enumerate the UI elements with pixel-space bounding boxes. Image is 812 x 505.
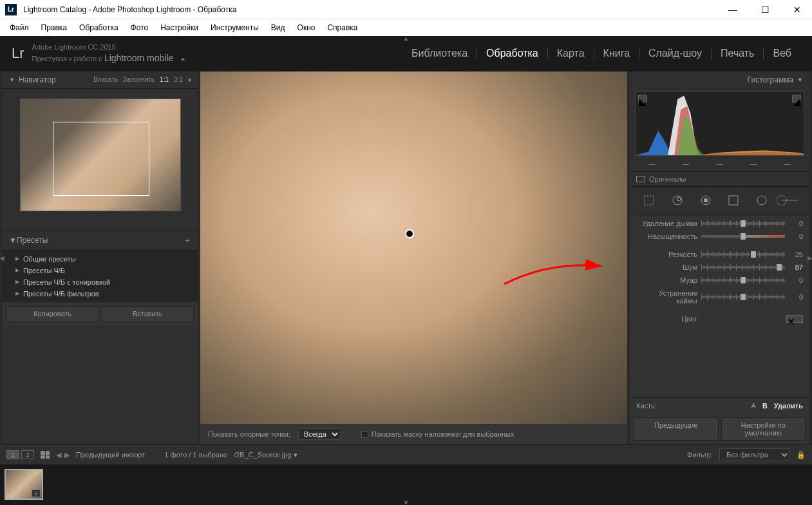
color-row: Цвет ✕ (636, 312, 803, 325)
lightroom-logo: Lr (12, 45, 24, 62)
navigator-title: Навигатор (19, 75, 56, 84)
crop-tool[interactable] (641, 192, 657, 209)
preset-folder[interactable]: ▶Пресеты Ч/Б фильтров (3, 288, 198, 300)
navigator-thumbnail[interactable] (20, 99, 181, 211)
zoom-fill[interactable]: Заполнить (123, 76, 155, 83)
adjustment-sliders: Удаление дымки 0 Насыщенность 0 Резкость… (630, 214, 809, 397)
histogram[interactable]: ◣ ◢ (635, 91, 804, 156)
redeye-tool[interactable] (697, 192, 714, 209)
menu-file[interactable]: Файл (5, 21, 33, 34)
develop-toolbar: Показать опорные точки: Всегда Показать … (200, 424, 627, 444)
menu-edit[interactable]: Правка (37, 21, 72, 34)
color-swatch[interactable]: ✕ (786, 315, 803, 323)
mobile-link[interactable]: Lightroom mobile (104, 53, 173, 63)
brush-a[interactable]: А (751, 402, 756, 410)
photo-canvas[interactable] (200, 71, 627, 424)
collapse-right-icon[interactable]: ▶ (807, 254, 812, 262)
defringe-slider[interactable] (701, 296, 785, 298)
zoom-fit[interactable]: Вписать (93, 76, 118, 83)
filmstrip-thumbnail[interactable]: ± (5, 469, 43, 500)
svg-rect-5 (729, 196, 738, 205)
module-develop[interactable]: Обработка (477, 48, 548, 59)
prev-photo-icon[interactable]: ◀ (56, 451, 61, 459)
histogram-header[interactable]: Гистограмма ▼ (630, 71, 809, 88)
photo-count: 1 фото / 1 выбрано (164, 451, 227, 459)
spot-tool[interactable] (669, 192, 686, 209)
view-mode-1[interactable]: 1 (6, 450, 19, 459)
zoom-menu-icon[interactable]: ♦ (188, 76, 191, 83)
presets-header[interactable]: ▼ Пресеты ＋ (3, 231, 198, 251)
shadow-clip-icon[interactable]: ◣ (638, 95, 647, 102)
next-photo-icon[interactable]: ▶ (64, 451, 70, 459)
saturation-slider[interactable] (701, 235, 785, 238)
mask-checkbox[interactable] (361, 431, 368, 438)
slider-moire: Муар 0 (636, 274, 803, 287)
filter-select[interactable]: Без фильтра (719, 448, 790, 461)
module-library[interactable]: Библиотека (402, 48, 477, 59)
preset-folder[interactable]: ▶Общие пресеты (3, 253, 198, 265)
paste-button[interactable]: Вставить (102, 306, 194, 321)
close-button[interactable]: ✕ (788, 5, 807, 15)
module-print[interactable]: Печать (712, 48, 764, 59)
maximize-button[interactable]: ☐ (755, 5, 775, 15)
navigator-header[interactable]: ▼ Навигатор Вписать Заполнить 1:1 3:1 ♦ (3, 71, 198, 89)
radial-tool[interactable] (753, 192, 770, 209)
preset-folder[interactable]: ▶Пресеты Ч/Б с тонировкой (3, 276, 198, 288)
navigator-frame[interactable] (53, 122, 149, 196)
menu-photo[interactable]: Фото (126, 21, 153, 34)
menu-tools[interactable]: Инструменты (206, 21, 263, 34)
histogram-title: Гистограмма (748, 75, 793, 84)
menu-help[interactable]: Справка (323, 21, 362, 34)
gradient-tool[interactable] (725, 192, 742, 209)
previous-button[interactable]: Предыдущие (634, 417, 719, 441)
slider-dehaze: Удаление дымки 0 (636, 217, 803, 230)
view-mode-2[interactable]: 2 (21, 450, 34, 459)
originals-toggle[interactable]: Оригиналы (630, 171, 809, 186)
adjustment-pin-icon[interactable] (405, 229, 414, 238)
module-slideshow[interactable]: Слайд-шоу (639, 48, 712, 59)
svg-rect-0 (645, 196, 654, 205)
filename-label[interactable]: /2B_C_Source.jpg ▾ (234, 451, 297, 459)
add-preset-button[interactable]: ＋ (184, 235, 191, 246)
reset-defaults-button[interactable]: Настройки по умолчанию (721, 417, 806, 441)
module-web[interactable]: Веб (764, 48, 800, 59)
mask-label: Показать маску наложения для выбранных (372, 430, 515, 438)
preset-list: ▶Общие пресеты ▶Пресеты Ч/Б ▶Пресеты Ч/Б… (3, 251, 198, 302)
noise-slider[interactable] (701, 266, 785, 269)
window-titlebar: Lr Lightroom Catalog - Adobe Photoshop L… (0, 0, 812, 19)
filmstrip: ± ▼ (0, 464, 812, 505)
brush-options: Кисть: А В Удалить (630, 397, 809, 414)
menu-window[interactable]: Окно (293, 21, 320, 34)
sharpness-slider[interactable] (701, 253, 785, 256)
grid-view-icon[interactable] (41, 451, 50, 459)
brush-b[interactable]: В (762, 402, 768, 410)
menubar: Файл Правка Обработка Фото Настройки Инс… (0, 19, 812, 36)
app-icon: Lr (5, 4, 17, 15)
copy-button[interactable]: Копировать (6, 306, 99, 321)
dehaze-slider[interactable] (701, 222, 785, 225)
menu-develop[interactable]: Обработка (75, 21, 123, 34)
module-map[interactable]: Карта (548, 48, 594, 59)
module-book[interactable]: Книга (594, 48, 639, 59)
brush-tool[interactable] (782, 192, 798, 209)
mobile-prefix: Приступая к работе с (32, 55, 104, 62)
collapse-top-icon[interactable]: ▲ (403, 35, 410, 42)
source-label[interactable]: Предыдущий импорт (76, 451, 145, 459)
lock-icon[interactable]: 🔒 (797, 451, 806, 459)
collapse-left-icon[interactable]: ◀ (0, 254, 5, 262)
chevron-right-icon: ▶ (15, 279, 19, 285)
highlight-clip-icon[interactable]: ◢ (792, 95, 801, 102)
preset-folder[interactable]: ▶Пресеты Ч/Б (3, 265, 198, 276)
menu-settings[interactable]: Настройки (156, 21, 203, 34)
anchor-points-select[interactable]: Всегда (298, 428, 341, 440)
menu-view[interactable]: Вид (267, 21, 290, 34)
collapse-bottom-icon[interactable]: ▼ (403, 499, 410, 505)
chevron-right-icon: ▶ (15, 267, 19, 273)
navigator-view[interactable] (3, 89, 198, 231)
zoom-1-1[interactable]: 1:1 (160, 76, 169, 83)
brush-erase[interactable]: Удалить (774, 402, 803, 410)
zoom-3-1[interactable]: 3:1 (174, 76, 183, 83)
minimize-button[interactable]: — (723, 5, 742, 15)
moire-slider[interactable] (701, 279, 785, 281)
window-title: Lightroom Catalog - Adobe Photoshop Ligh… (23, 5, 723, 14)
